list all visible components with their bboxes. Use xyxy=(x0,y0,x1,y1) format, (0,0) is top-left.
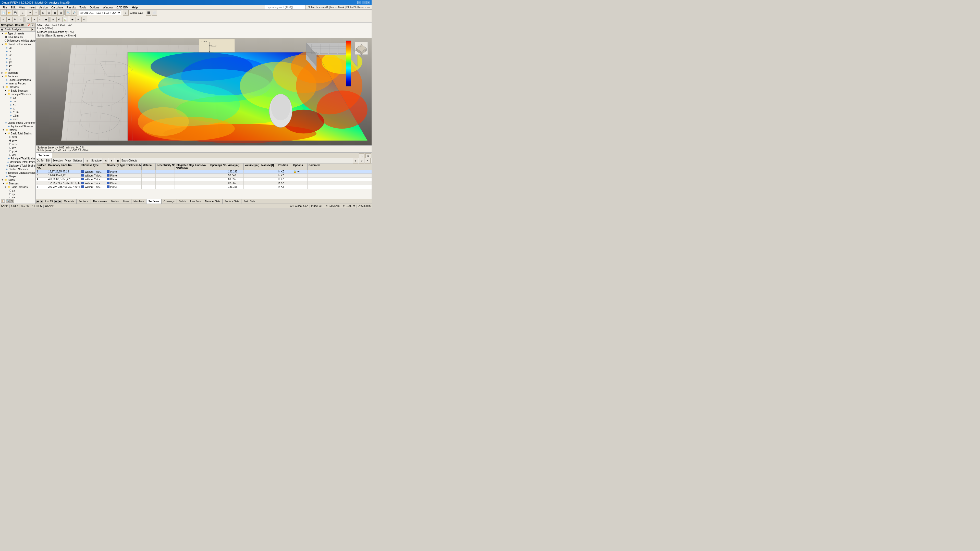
close-button[interactable]: ✕ xyxy=(366,1,370,4)
menu-calculate[interactable]: Calculate xyxy=(50,6,65,9)
status-glines[interactable]: GLINES xyxy=(32,205,42,207)
tree-node-20[interactable]: ◈σ1- xyxy=(0,103,35,106)
tree-node-1[interactable]: Final Results xyxy=(0,35,35,39)
tb-scale[interactable]: ⤢ xyxy=(18,17,24,22)
tb-calc[interactable]: ⚙ xyxy=(56,17,62,22)
table-row[interactable]: 319-26,36-45,27Without Thick...Plane50.0… xyxy=(36,174,372,178)
minimize-button[interactable]: – xyxy=(357,1,361,4)
static-analysis-radio[interactable] xyxy=(1,29,3,30)
table-row[interactable]: 51,2,14,271,270,65-28,13,66,69,262,26,5.… xyxy=(36,181,372,185)
nav-prev[interactable]: ◀ xyxy=(40,200,43,203)
tab-members[interactable]: Members xyxy=(131,199,146,203)
tree-node-8[interactable]: ◈φx xyxy=(0,60,35,64)
tree-node-30[interactable]: εyy+ xyxy=(0,139,35,142)
tab-thicknesses[interactable]: Thicknesses xyxy=(91,199,110,203)
table-menu-edit[interactable]: Edit xyxy=(46,159,50,162)
tree-node-37[interactable]: ◈Equivalent Total Strains xyxy=(0,164,35,167)
status-bgrid[interactable]: BGRID xyxy=(21,205,29,207)
tb-save[interactable]: 💾 xyxy=(12,10,18,16)
table-menu-selection[interactable]: Selection xyxy=(52,159,63,162)
tree-node-4[interactable]: ◈ud xyxy=(0,46,35,49)
tab-member-sets[interactable]: Member Sets xyxy=(203,199,223,203)
menu-edit[interactable]: Edit xyxy=(9,6,17,9)
tree-node-27[interactable]: ▼📁Strains xyxy=(0,128,35,132)
menu-cad-bim[interactable]: CAD-BIM xyxy=(115,6,130,9)
tree-node-35[interactable]: ◈Principal Total Strains xyxy=(0,157,35,160)
tree-node-26[interactable]: ◈Equivalent Stresses xyxy=(0,124,35,128)
menu-file[interactable]: File xyxy=(1,6,9,9)
tb-view1[interactable]: ⊞ xyxy=(40,10,46,16)
tb-structure[interactable]: ⊞ xyxy=(85,158,90,164)
table-row[interactable]: 7273,274,388,403-397,470-459,275Without … xyxy=(36,185,372,189)
tb-table-action1[interactable]: ⊕ xyxy=(353,158,358,164)
tab-nodes[interactable]: Nodes xyxy=(109,199,121,203)
tree-node-28[interactable]: ▼📁Basic Total Strains xyxy=(0,132,35,135)
tb-wireframe[interactable]: ⬜ xyxy=(151,10,157,16)
tb-basic-objects[interactable]: ◼ xyxy=(115,158,121,164)
nav-next[interactable]: ▶ xyxy=(54,200,58,203)
tb-new[interactable]: 📄 xyxy=(0,10,6,16)
tree-node-9[interactable]: ◈φy xyxy=(0,64,35,67)
table-row[interactable]: 116,17,28,65-47,18Without Thick...Plane1… xyxy=(36,170,372,174)
tab-solids[interactable]: Solids xyxy=(177,199,188,203)
tree-node-31[interactable]: εxx- xyxy=(0,142,35,146)
nav-icon-2[interactable]: 🔍 xyxy=(6,199,10,203)
tree-node-11[interactable]: ▶📁Members xyxy=(0,71,35,75)
tab-surfaces[interactable]: Surfaces xyxy=(146,199,162,203)
tree-node-19[interactable]: ◈σ+ xyxy=(0,100,35,103)
nav-icon-1[interactable]: 📋 xyxy=(1,199,5,203)
surfaces-tab[interactable]: Surfaces xyxy=(36,153,52,158)
orientation-cube[interactable]: Y X Z xyxy=(354,41,369,56)
tree-node-23[interactable]: ◈σ2,m xyxy=(0,114,35,118)
tb-select[interactable]: ↖ xyxy=(0,17,6,22)
tree-node-42[interactable]: ▼📁Stresses xyxy=(0,182,35,185)
tree-node-22[interactable]: ◈σ1,m xyxy=(0,110,35,114)
tb-open[interactable]: 📂 xyxy=(6,10,12,16)
tb-node[interactable]: • xyxy=(25,17,31,22)
tb-nav-right[interactable]: ▶ xyxy=(109,158,115,164)
tree-node-36[interactable]: ◈Maximum Total Strains xyxy=(0,160,35,164)
nav-last[interactable]: ▶| xyxy=(59,200,62,203)
tab-solid-sets[interactable]: Solid Sets xyxy=(242,199,257,203)
tree-node-2[interactable]: Differences to initial state xyxy=(0,39,35,42)
tree-node-18[interactable]: ◈σ2,+ xyxy=(0,96,35,100)
tb-global-xyz[interactable]: 1 xyxy=(123,10,129,16)
tb-zoom-out[interactable]: 🔎 xyxy=(71,10,77,16)
tree-node-46[interactable]: σz xyxy=(0,196,35,198)
tab-sections[interactable]: Sections xyxy=(76,199,91,203)
tb-nav-left[interactable]: ◀ xyxy=(103,158,108,164)
menu-window[interactable]: Window xyxy=(101,6,115,9)
tree-node-33[interactable]: γxy+ xyxy=(0,149,35,153)
menu-options[interactable]: Options xyxy=(88,6,101,9)
table-menu-view[interactable]: View xyxy=(65,159,71,162)
tb-undo[interactable]: ↩ xyxy=(27,10,33,16)
tb-results[interactable]: 📊 xyxy=(62,17,68,22)
tb-force[interactable]: ⊕ xyxy=(76,17,81,22)
tree-node-16[interactable]: ▼📁Basic Stresses xyxy=(0,89,35,92)
nav-expand-btn[interactable]: ▸ xyxy=(32,28,35,31)
tree-node-15[interactable]: ▼📁Stresses xyxy=(0,85,35,89)
tb-move[interactable]: ✥ xyxy=(6,17,12,22)
table-menu-goto[interactable]: Go To xyxy=(37,159,44,162)
tree-node-21[interactable]: ◈τb xyxy=(0,106,35,110)
tree-node-32[interactable]: εyy- xyxy=(0,146,35,149)
tb-view2[interactable]: ⊟ xyxy=(46,10,52,16)
tree-node-13[interactable]: ◈Local Deformations xyxy=(0,78,35,82)
3d-viewport[interactable]: 175.00 600.00 xyxy=(36,38,372,145)
nav-close[interactable]: ✕ xyxy=(31,24,35,27)
tb-print[interactable]: 🖨 xyxy=(20,10,25,16)
tree-node-39[interactable]: ◈Isotropic Characteristics xyxy=(0,171,35,175)
tb-zoom-in[interactable]: 🔍 xyxy=(65,10,71,16)
tree-node-44[interactable]: σx xyxy=(0,189,35,192)
tb-redo[interactable]: ↪ xyxy=(33,10,38,16)
tree-node-45[interactable]: σy xyxy=(0,192,35,196)
tab-surface-sets[interactable]: Surface Sets xyxy=(223,199,242,203)
status-snap[interactable]: SNAP xyxy=(1,205,8,207)
tb-table-action2[interactable]: ⊖ xyxy=(359,158,364,164)
load-case-combo[interactable]: S: C01 LC1 + LC2 + LC3 + LC4 xyxy=(79,10,121,15)
tab-lines[interactable]: Lines xyxy=(121,199,131,203)
search-input[interactable] xyxy=(265,5,306,10)
menu-help[interactable]: Help xyxy=(130,6,139,9)
menu-insert[interactable]: Insert xyxy=(27,6,37,9)
menu-results[interactable]: Results xyxy=(65,6,78,9)
